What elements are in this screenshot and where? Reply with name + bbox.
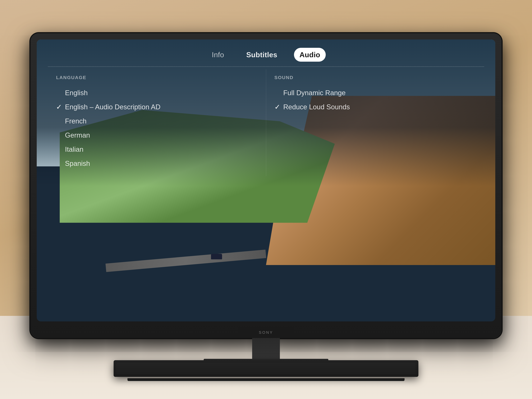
language-section: LANGUAGE ✓ English ✓ English – Audio Des…	[48, 69, 266, 176]
soundbar-feet	[127, 378, 405, 381]
language-item-english-ad[interactable]: ✓ English – Audio Description AD	[56, 100, 258, 114]
sound-full-dynamic-label: Full Dynamic Range	[283, 89, 346, 97]
road-element	[105, 250, 266, 272]
soundbar-mesh	[116, 363, 416, 374]
sony-logo: SONY	[259, 330, 273, 335]
check-english-ad: ✓	[56, 103, 62, 111]
language-item-italian[interactable]: ✓ Italian	[56, 142, 258, 156]
language-italian-label: Italian	[65, 145, 83, 153]
sound-reduce-loud-label: Reduce Loud Sounds	[283, 103, 350, 111]
language-french-label: French	[65, 117, 87, 125]
sound-section-header: SOUND	[274, 75, 476, 80]
language-item-german[interactable]: ✓ German	[56, 128, 258, 142]
check-reduce-loud: ✓	[274, 103, 280, 111]
sound-item-reduce-loud[interactable]: ✓ Reduce Loud Sounds	[274, 100, 476, 114]
tab-subtitles[interactable]: Subtitles	[241, 48, 283, 62]
soundbar	[114, 360, 418, 377]
sound-section: SOUND ✓ Full Dynamic Range ✓ Reduce Loud…	[266, 69, 484, 176]
content-panel: LANGUAGE ✓ English ✓ English – Audio Des…	[48, 69, 484, 176]
language-spanish-label: Spanish	[65, 159, 90, 167]
car-element	[211, 254, 222, 259]
tv-bezel: Info Subtitles Audio LANGUAGE ✓ English …	[31, 33, 501, 338]
language-item-spanish[interactable]: ✓ Spanish	[56, 156, 258, 171]
tv-wrapper: Info Subtitles Audio LANGUAGE ✓ English …	[31, 33, 501, 338]
tab-info[interactable]: Info	[206, 48, 230, 62]
tab-navigation: Info Subtitles Audio	[37, 48, 495, 62]
language-english-ad-label: English – Audio Description AD	[65, 103, 160, 111]
tab-audio[interactable]: Audio	[294, 48, 326, 62]
language-item-french[interactable]: ✓ French	[56, 114, 258, 128]
language-english-label: English	[65, 89, 88, 97]
sound-item-full-dynamic[interactable]: ✓ Full Dynamic Range	[274, 86, 476, 100]
tv-bezel-bottom: SONY	[238, 327, 294, 338]
tv-stand-neck	[252, 338, 280, 360]
tab-divider	[48, 66, 484, 67]
tv-screen: Info Subtitles Audio LANGUAGE ✓ English …	[37, 39, 495, 321]
language-german-label: German	[65, 131, 90, 139]
language-section-header: LANGUAGE	[56, 75, 258, 80]
language-item-english[interactable]: ✓ English	[56, 86, 258, 100]
